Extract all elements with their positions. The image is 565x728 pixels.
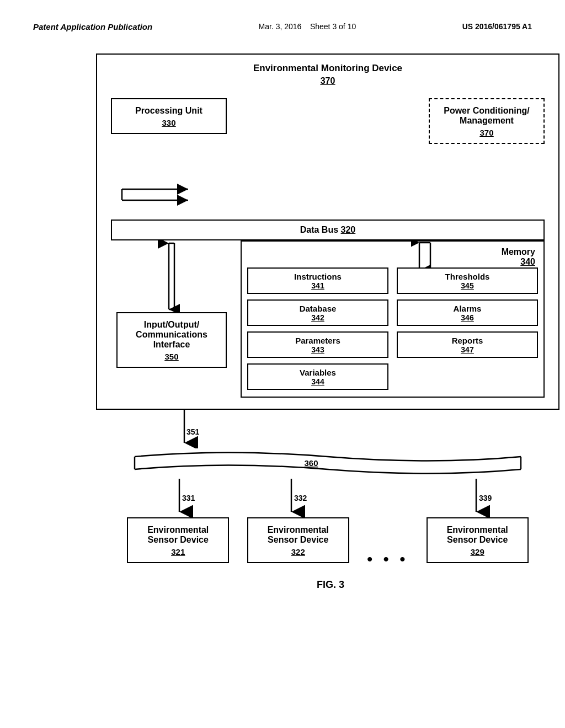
patent-label: Patent Application Publication: [33, 22, 152, 31]
instructions-title: Instructions: [254, 272, 382, 281]
sensor-329-num: 329: [436, 547, 519, 556]
reports-box: Reports 347: [397, 331, 538, 358]
sensor-box-321: Environmental Sensor Device 321: [127, 517, 229, 563]
sensor-box-322: Environmental Sensor Device 322: [247, 517, 349, 563]
power-conditioning-box: Power Conditioning/ Management 370: [429, 98, 545, 144]
outer-box: Environmental Monitoring Device 370 Proc…: [96, 53, 559, 410]
variables-title: Variables: [254, 368, 382, 377]
top-row: Processing Unit 330 Power Conditioning/ …: [105, 93, 550, 181]
sensors-row: Environmental Sensor Device 321 Environm…: [118, 517, 537, 568]
bus-to-io-arrow: [155, 240, 188, 312]
memory-area: Memory 340 Instructions 341 Database: [241, 240, 545, 398]
sensor-box-329: Environmental Sensor Device 329: [427, 517, 529, 563]
svg-text:331: 331: [182, 494, 195, 502]
io-title-text: Input/Output/ Communications Interface: [136, 320, 207, 349]
processing-unit-title: Processing Unit: [123, 106, 215, 116]
sensor-322-title: Environmental Sensor Device: [257, 525, 340, 545]
network-section: 351 360: [96, 410, 559, 568]
patent-number: US 2016/061795 A1: [462, 22, 532, 31]
memory-label: Memory 340: [502, 247, 535, 267]
io-box: Input/Output/ Communications Interface 3…: [116, 312, 227, 368]
pu-to-bus-arrow-svg: [111, 173, 232, 211]
parameters-title: Parameters: [254, 336, 382, 345]
io-down-arrow-area: 351: [96, 410, 559, 448]
ellipsis-dots: • • •: [367, 550, 408, 568]
memory-inner: Instructions 341 Database 342 Parameters…: [247, 267, 538, 390]
reports-title: Reports: [403, 336, 531, 345]
arrow-331: 331: [138, 479, 221, 517]
svg-text:332: 332: [294, 494, 307, 502]
thresholds-box: Thresholds 345: [397, 267, 538, 294]
memory-label-text: Memory: [502, 247, 535, 256]
variables-num: 344: [254, 377, 382, 386]
data-bus-box: Data Bus 320: [111, 220, 545, 240]
alarms-num: 346: [403, 313, 531, 322]
outer-box-num: 370: [105, 76, 550, 86]
io-box-title: Input/Output/ Communications Interface: [126, 320, 217, 350]
data-bus-num: 320: [341, 225, 356, 234]
date-text: Mar. 3, 2016: [259, 22, 302, 31]
database-box: Database 342: [247, 299, 388, 326]
sensor-322-num: 322: [257, 547, 340, 556]
sensor-321-num: 321: [136, 547, 220, 556]
header: Patent Application Publication Mar. 3, 2…: [0, 0, 565, 42]
thresholds-title: Thresholds: [403, 272, 531, 281]
arrow-332: 332: [250, 479, 333, 517]
below-bus-area: Input/Output/ Communications Interface 3…: [111, 240, 545, 398]
thresholds-num: 345: [403, 281, 531, 290]
variables-box: Variables 344: [247, 363, 388, 390]
power-box-title: Power Conditioning/ Management: [439, 106, 535, 126]
svg-text:351: 351: [186, 427, 200, 436]
io-box-num: 350: [126, 352, 217, 361]
memory-num: 340: [520, 257, 535, 266]
data-bus-label: Data Bus: [300, 225, 338, 234]
memory-col-left: Instructions 341 Database 342 Parameters…: [247, 267, 388, 390]
patent-num-text: US 2016/061795 A1: [462, 22, 532, 31]
network-bus-area: 360: [124, 448, 532, 479]
instructions-box: Instructions 341: [247, 267, 388, 294]
arrow-339: 339: [435, 479, 518, 517]
pu-to-bus-arrow-area: [111, 181, 545, 220]
processing-unit-num: 330: [123, 118, 215, 127]
io-down-arrow: 351: [162, 410, 206, 448]
sensor-329-title: Environmental Sensor Device: [436, 525, 519, 545]
dots-spacer: [361, 479, 406, 517]
outer-box-title: Environmental Monitoring Device: [105, 63, 550, 74]
left-side: Input/Output/ Communications Interface 3…: [111, 240, 232, 398]
alarms-box: Alarms 346: [397, 299, 538, 326]
svg-text:360: 360: [304, 458, 318, 468]
network-bus-svg: 360: [124, 448, 532, 479]
power-box-title-text: Power Conditioning/ Management: [444, 106, 530, 125]
header-center: Mar. 3, 2016 Sheet 3 of 10: [259, 22, 356, 31]
sensor-arrows-area: 331 332: [124, 479, 532, 517]
sheet-text: Sheet 3 of 10: [310, 22, 356, 31]
sensor-321-title: Environmental Sensor Device: [136, 525, 220, 545]
processing-unit-box: Processing Unit 330: [111, 98, 227, 134]
database-num: 342: [254, 313, 382, 322]
alarms-title: Alarms: [403, 304, 531, 313]
parameters-box: Parameters 343: [247, 331, 388, 358]
svg-text:339: 339: [479, 494, 492, 502]
page: Patent Application Publication Mar. 3, 2…: [0, 0, 565, 728]
reports-num: 347: [403, 345, 531, 354]
power-box-num: 370: [439, 128, 535, 137]
parameters-num: 343: [254, 345, 382, 354]
instructions-num: 341: [254, 281, 382, 290]
figure-caption: FIG. 3: [96, 579, 565, 591]
diagram-area: Environmental Monitoring Device 370 Proc…: [96, 53, 565, 591]
database-title: Database: [254, 304, 382, 313]
patent-publication-text: Patent Application Publication: [33, 22, 152, 31]
memory-col-right: Thresholds 345 Alarms 346 Reports 347: [397, 267, 538, 390]
